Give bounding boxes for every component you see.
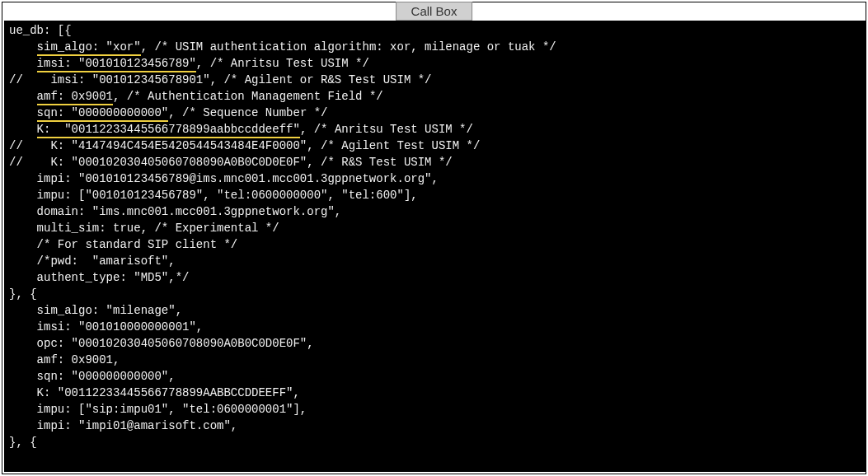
code-line: K: "00112233445566778899AABBCCDDEEFF", [9,385,861,401]
terminal-code-view[interactable]: ue_db: [{ sim_algo: "xor", /* USIM authe… [4,21,866,472]
code-line: imsi: "001010123456789", /* Anritsu Test… [9,55,861,72]
code-line: authent_type: "MD5",*/ [9,269,861,286]
code-line: K: "00112233445566778899aabbccddeeff", /… [9,121,861,138]
tab-label: Call Box [411,4,457,18]
code-line: sqn: "000000000000", /* Sequence Number … [9,105,861,121]
highlight-k: K: "00112233445566778899aabbccddeeff" [37,123,300,138]
window-frame: Call Box ue_db: [{ sim_algo: "xor", /* U… [2,2,866,474]
code-line: // imsi: "001012345678901", /* Agilent o… [9,72,861,88]
code-line: impu: ["001010123456789", "tel:060000000… [9,187,861,203]
code-line: // K: "4147494C454E5420544543484E4F0000"… [9,138,861,154]
code-line: amf: 0x9001, /* Authentication Managemen… [9,88,861,105]
code-line: // K: "000102030405060708090A0B0C0D0E0F"… [9,154,861,170]
code-line: /* For standard SIP client */ [9,236,861,253]
code-line: imsi: "001010000000001", [9,319,861,335]
code-line: /*pwd: "amarisoft", [9,253,861,269]
code-line: sim_algo: "xor", /* USIM authentication … [9,39,861,55]
code-line: impu: ["sip:impu01", "tel:0600000001"], [9,401,861,418]
highlight-imsi: imsi: "001010123456789" [37,57,196,72]
code-line: domain: "ims.mnc001.mcc001.3gppnetwork.o… [9,203,861,220]
highlight-sqn: sqn: "000000000000" [37,106,169,122]
code-line: impi: "impi01@amarisoft.com", [9,418,861,434]
code-line: multi_sim: true, /* Experimental */ [9,220,861,236]
call-box-tab[interactable]: Call Box [396,2,473,21]
code-line: }, { [9,286,861,302]
highlight-sim-algo: sim_algo: "xor" [37,40,141,56]
highlight-amf: amf: 0x9001 [37,90,113,105]
code-line: opc: "000102030405060708090A0B0C0D0E0F", [9,335,861,352]
code-line: amf: 0x9001, [9,352,861,368]
code-line: sqn: "000000000000", [9,368,861,385]
code-line: impi: "001010123456789@ims.mnc001.mcc001… [9,170,861,187]
code-line: }, { [9,434,861,450]
code-line: sim_algo: "milenage", [9,302,861,319]
code-line: ue_db: [{ [9,22,861,39]
